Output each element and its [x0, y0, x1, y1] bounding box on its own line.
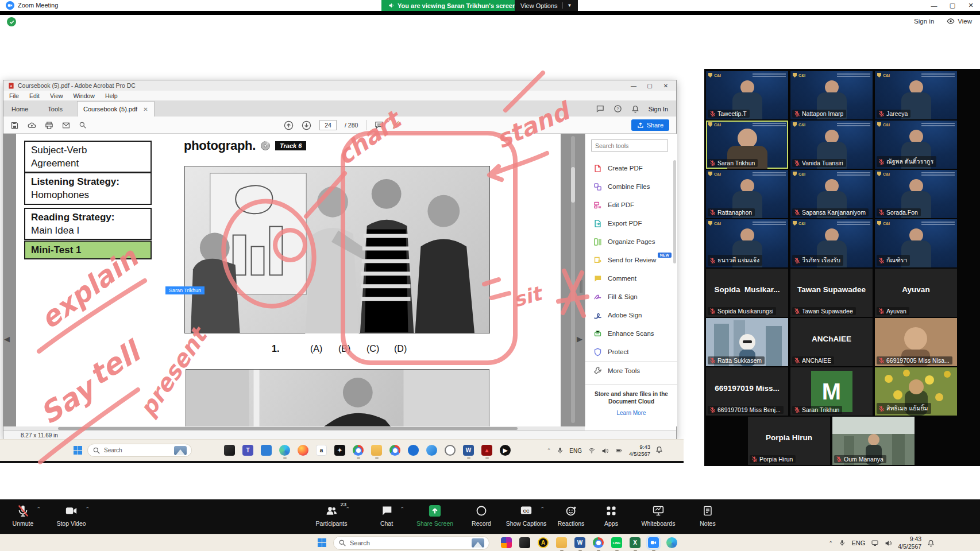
app-icon-antivirus[interactable]: A — [538, 537, 549, 548]
volume-icon[interactable] — [601, 447, 609, 455]
tool-comment[interactable]: Comment — [585, 269, 677, 288]
caret-up-icon[interactable]: ⌃ — [85, 506, 90, 512]
stop-video-button[interactable]: ⌃Stop Video — [40, 503, 103, 527]
participant-tile[interactable]: C&Iกัณฑิรา — [875, 219, 957, 267]
tray-chevron-outer-icon[interactable]: ⌃ — [828, 540, 833, 546]
app-icon-zoom[interactable] — [648, 537, 659, 548]
tool-organize-pages[interactable]: Organize Pages — [585, 232, 677, 251]
app-icon-blue[interactable] — [408, 445, 419, 456]
tray-mic-icon[interactable] — [557, 447, 564, 455]
collapse-right-panel-icon[interactable]: ▶ — [577, 335, 582, 343]
participant-tile[interactable]: C&ITaweetip.T — [706, 71, 788, 119]
page-down-icon[interactable] — [302, 121, 311, 130]
menu-view[interactable]: View — [50, 92, 63, 99]
app-icon-store[interactable] — [261, 445, 272, 456]
tool-send-for-review[interactable]: Send for ReviewNEW — [585, 251, 677, 269]
app-icon-media[interactable]: ▶ — [500, 445, 511, 456]
participant-tile[interactable]: C&Iธนาวดี แจ่มแจ้ง — [706, 219, 788, 267]
app-icon-chrome[interactable] — [593, 537, 604, 548]
save-icon[interactable] — [10, 121, 19, 130]
acrobat-sign-in-button[interactable]: Sign In — [649, 106, 668, 112]
panel-scrollbar[interactable] — [673, 160, 676, 263]
cast-icon[interactable] — [871, 540, 879, 546]
tray-mic-outer-icon[interactable] — [839, 539, 846, 547]
vertical-scrollbar-thumb[interactable] — [571, 167, 575, 203]
document-horizontal-scrollbar[interactable] — [3, 426, 585, 430]
acrobat-minimize-button[interactable]: — — [626, 80, 642, 91]
acrobat-close-button[interactable]: ✕ — [658, 80, 674, 91]
participant-tile[interactable]: สิทธิเมธ แย้มยิ้ม — [875, 367, 957, 416]
app-icon-adobe[interactable] — [501, 537, 512, 548]
share-button[interactable]: Share — [631, 119, 669, 131]
participant-tile[interactable]: C&ISorada.Fon — [875, 170, 957, 218]
app-icon-teams[interactable]: T — [242, 445, 253, 456]
minimize-button[interactable]: — — [925, 0, 943, 11]
tab-home[interactable]: Home — [11, 106, 28, 112]
clock[interactable]: 9:434/5/2567 — [629, 444, 650, 457]
tool-more-tools[interactable]: More Tools — [585, 361, 677, 379]
participant-tile[interactable]: C&INattapon Imarp — [790, 71, 873, 119]
find-icon[interactable] — [79, 121, 87, 129]
help-icon[interactable]: ? — [614, 104, 622, 113]
volume-outer-icon[interactable] — [885, 540, 892, 547]
tab-document[interactable]: Coursebook (5).pdf✕ — [77, 101, 155, 117]
participant-tile[interactable]: C&ISaran Trikhun — [706, 121, 788, 169]
feedback-icon[interactable] — [596, 104, 604, 113]
annotate-pencil-icon[interactable] — [392, 121, 401, 130]
app-icon-dark[interactable] — [224, 445, 235, 456]
participant-tile[interactable]: C&IVanida Tuansiri — [790, 121, 873, 169]
participant-tile[interactable]: C&Iวีรภัทร เรืองรับ — [790, 219, 873, 267]
participant-tile[interactable]: Ratta Sukkasem — [706, 318, 788, 366]
participant-tile[interactable]: C&Iณัฐพล ตันติ์วรากูร — [875, 121, 957, 169]
tool-protect[interactable]: Protect — [585, 343, 677, 361]
tab-tools[interactable]: Tools — [48, 106, 63, 112]
participant-tile[interactable]: AyuvanAyuvan — [875, 269, 957, 317]
app-icon-folder[interactable] — [371, 445, 382, 456]
app-icon-dropbox[interactable]: ✦ — [334, 445, 345, 456]
notification-bell-outer-icon[interactable] — [927, 540, 935, 547]
app-icon-browser[interactable] — [666, 537, 677, 548]
tool-create-pdf[interactable]: Create PDF — [585, 159, 677, 177]
print-icon[interactable] — [45, 121, 53, 130]
tool-adobe-sign[interactable]: Adobe Sign — [585, 306, 677, 324]
view-layout-button[interactable]: View — [947, 17, 972, 25]
view-options-dropdown[interactable]: View Options▼ — [515, 0, 578, 11]
tool-enhance-scans[interactable]: Enhance Scans — [585, 324, 677, 343]
participant-tile[interactable]: C&IJareeya — [875, 71, 957, 119]
comment-tool-icon[interactable] — [375, 121, 384, 130]
participant-tile[interactable]: Oum Mananya — [832, 417, 915, 465]
tray-chevron-icon[interactable]: ⌃ — [547, 448, 551, 453]
participant-tile[interactable]: C&IRattanaphon — [706, 170, 788, 218]
app-icon-photos[interactable] — [426, 445, 437, 456]
app-icon-folder[interactable] — [556, 537, 567, 548]
app-icon-line[interactable]: LINE — [611, 537, 622, 548]
participant-tile[interactable]: Porpia HirunPorpia Hirun — [748, 417, 830, 465]
app-icon-excel[interactable]: X — [630, 537, 641, 548]
cloud-upload-icon[interactable] — [27, 121, 37, 130]
mail-icon[interactable] — [61, 122, 71, 129]
learn-more-link[interactable]: Learn More — [592, 410, 670, 416]
start-button[interactable] — [74, 446, 82, 455]
tool-export-pdf[interactable]: Export PDF — [585, 214, 677, 232]
language-indicator-outer[interactable]: ENG — [851, 540, 865, 546]
tab-close-icon[interactable]: ✕ — [143, 106, 148, 112]
participant-tile[interactable]: 669197005 Miss Nisa... — [875, 318, 957, 366]
acrobat-titlebar[interactable]: A Coursebook (5).pdf - Adobe Acrobat Pro… — [3, 80, 676, 91]
battery-icon[interactable] — [615, 448, 623, 453]
participant-tile[interactable]: MSaran Trikhun — [790, 367, 873, 416]
app-icon-word[interactable]: W — [463, 445, 474, 456]
app-icon-amazon[interactable]: a — [316, 445, 327, 456]
menu-window[interactable]: Window — [74, 92, 95, 99]
acrobat-maximize-button[interactable]: ▢ — [642, 80, 658, 91]
tool-combine-files[interactable]: Combine Files — [585, 177, 677, 196]
collapse-left-panel-icon[interactable]: ◀ — [4, 335, 10, 343]
taskbar-search-outer[interactable]: Search — [333, 536, 489, 550]
taskbar-search[interactable]: Search — [87, 444, 192, 457]
menu-file[interactable]: File — [9, 92, 19, 99]
app-icon-chrome2[interactable] — [389, 445, 400, 456]
app-icon-chrome[interactable] — [353, 445, 364, 456]
sign-in-link[interactable]: Sign in — [914, 18, 934, 25]
tool-edit-pdf[interactable]: Edit PDF — [585, 196, 677, 214]
notifications-bell-icon[interactable] — [631, 105, 639, 113]
participant-tile[interactable]: 669197019 Miss...669197019 Miss Benj... — [706, 367, 788, 416]
